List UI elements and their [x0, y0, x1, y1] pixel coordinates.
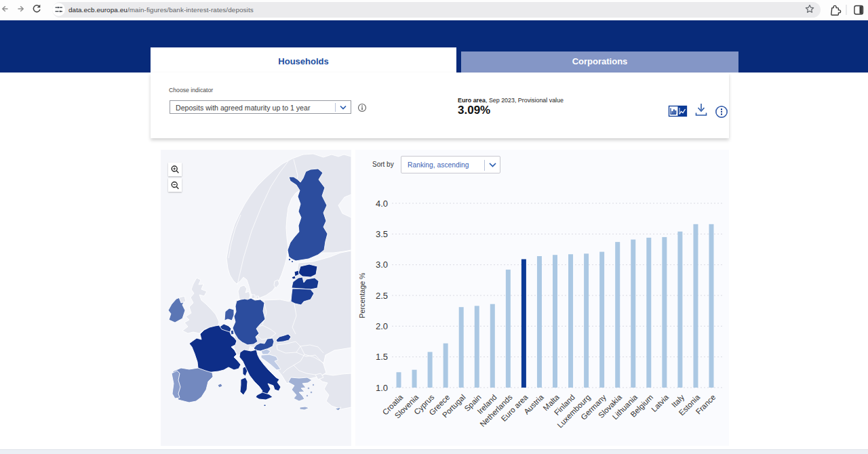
svg-text:2.0: 2.0: [376, 321, 388, 331]
svg-text:Percentage %: Percentage %: [358, 272, 366, 318]
svg-text:Latvia: Latvia: [650, 393, 671, 414]
svg-text:3.0: 3.0: [376, 260, 388, 270]
svg-text:1.0: 1.0: [376, 383, 388, 393]
svg-text:4.0: 4.0: [376, 199, 388, 209]
svg-text:2.5: 2.5: [376, 291, 388, 301]
svg-text:1.5: 1.5: [376, 352, 388, 362]
svg-text:3.5: 3.5: [376, 229, 388, 239]
